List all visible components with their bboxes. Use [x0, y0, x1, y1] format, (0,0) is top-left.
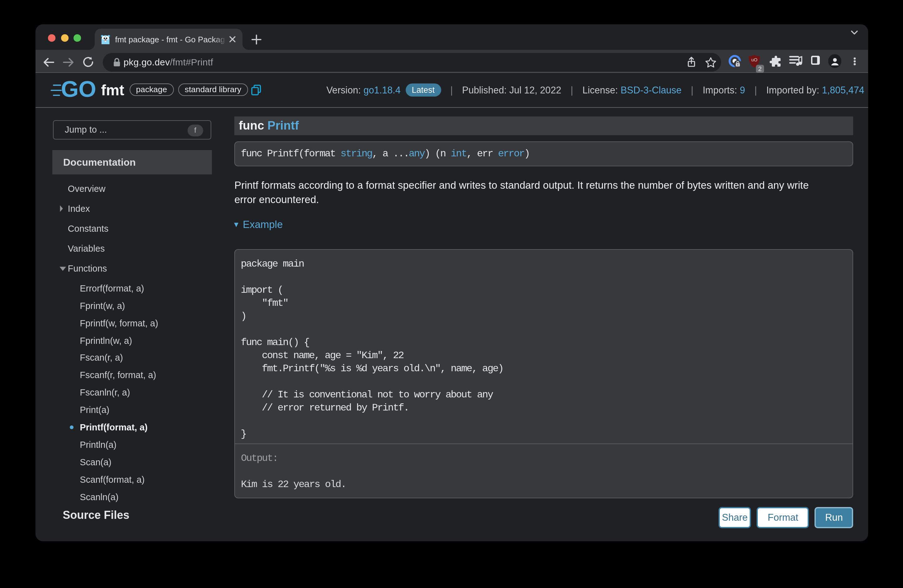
svg-text:GO: GO: [61, 81, 96, 100]
svg-text:uO: uO: [751, 57, 757, 62]
